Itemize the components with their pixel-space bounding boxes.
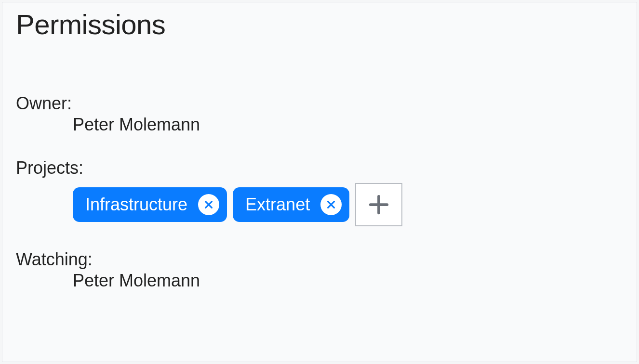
owner-value: Peter Molemann (16, 115, 623, 135)
project-chip[interactable]: Extranet (233, 187, 349, 222)
close-icon (203, 199, 214, 210)
page-title: Permissions (16, 8, 623, 40)
project-chip-label: Extranet (245, 196, 310, 213)
owner-field: Owner: Peter Molemann (16, 93, 623, 135)
watching-label: Watching: (16, 249, 623, 270)
add-project-button[interactable] (355, 183, 402, 226)
project-chip-label: Infrastructure (85, 196, 187, 213)
projects-label: Projects: (16, 158, 623, 178)
permissions-panel: Permissions Owner: Peter Molemann Projec… (2, 2, 637, 362)
plus-icon (368, 194, 390, 216)
projects-field: Projects: Infrastructure Extranet (16, 158, 623, 226)
remove-chip-button[interactable] (320, 194, 342, 215)
project-chip[interactable]: Infrastructure (73, 187, 227, 222)
owner-label: Owner: (16, 93, 623, 114)
projects-chips-row: Infrastructure Extranet (16, 183, 623, 226)
watching-value: Peter Molemann (16, 271, 623, 291)
remove-chip-button[interactable] (198, 194, 219, 215)
close-icon (326, 199, 336, 210)
watching-field: Watching: Peter Molemann (16, 249, 623, 291)
